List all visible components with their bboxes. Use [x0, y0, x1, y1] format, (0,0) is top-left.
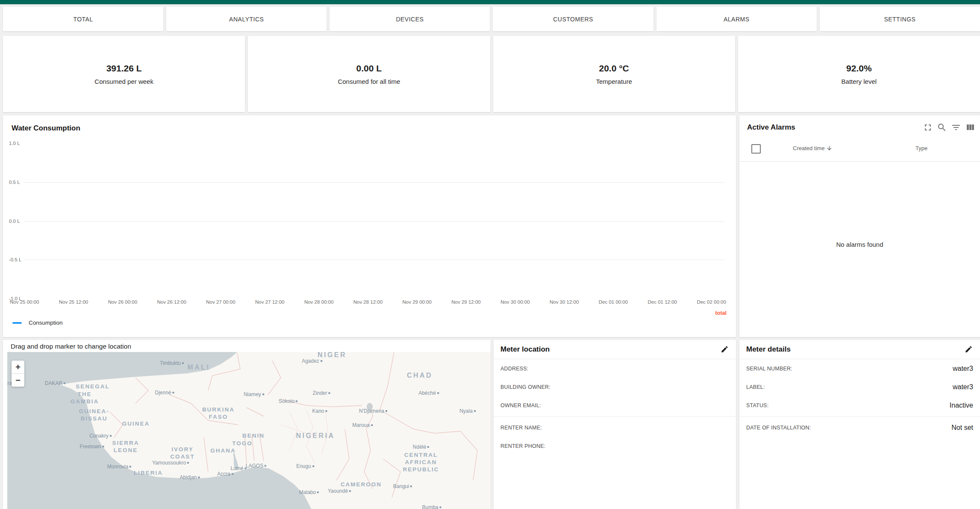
field-building-owner: BUILDING OWNER:	[494, 378, 736, 396]
field-label: BUILDING OWNER:	[500, 384, 550, 390]
column-header-type[interactable]: Type	[915, 145, 927, 151]
map-city-label: Bumba	[422, 504, 441, 509]
stat-card-consumed-all-time: 0.00 L Consumed for all time	[248, 36, 490, 112]
stat-card-battery: 92.0% Battery level	[738, 36, 980, 112]
field-device-label: LABEL: water3	[739, 378, 980, 396]
gridline	[24, 182, 725, 183]
chart-title: Water Consumption	[12, 124, 80, 133]
legend-label: Consumption	[29, 320, 63, 326]
column-header-created-time[interactable]: Created time	[793, 145, 833, 151]
meter-location-widget: Meter location ADDRESS: BUILDING OWNER: …	[494, 340, 736, 509]
panel-title: Meter details	[746, 345, 791, 354]
edit-pencil-icon[interactable]	[965, 345, 973, 354]
field-label: STATUS:	[746, 402, 768, 408]
tab-customers[interactable]: CUSTOMERS	[493, 7, 653, 31]
legend-color-dash	[12, 322, 22, 324]
zoom-in-button[interactable]: +	[12, 361, 24, 373]
map-canvas[interactable]: MALINIGERCHADNIGERIASENEGALTHE GAMBIAGUI…	[7, 352, 491, 509]
x-axis-tick: Nov 28 12:00	[353, 299, 383, 305]
y-axis-tick: -0.5 L	[9, 257, 21, 262]
x-axis-tick: Nov 29 00:00	[403, 299, 432, 305]
fullscreen-icon[interactable]	[923, 122, 933, 133]
map-city-label: Timbuktu	[160, 360, 184, 366]
panel-title: Meter location	[500, 345, 550, 354]
status-value: Inactive	[950, 402, 973, 409]
stat-cards-row: 391.26 L Consumed per week 0.00 L Consum…	[3, 36, 980, 112]
field-label: SERIAL NUMBER:	[746, 366, 792, 372]
map-zoom-control: + −	[12, 361, 24, 387]
search-icon[interactable]	[937, 122, 947, 133]
x-axis-tick: Nov 25 12:00	[59, 299, 88, 305]
total-link[interactable]: total	[715, 310, 727, 316]
zoom-out-button[interactable]: −	[12, 373, 24, 387]
field-serial-number: SERIAL NUMBER: water3	[739, 359, 980, 378]
x-axis: Nov 25 00:00Nov 25 12:00Nov 26 00:00Nov …	[10, 299, 726, 305]
tab-settings[interactable]: SETTINGS	[820, 7, 980, 31]
map-country-label: NIGERIA	[296, 432, 335, 440]
field-label: RENTER PHONE:	[500, 443, 545, 449]
map-country-label: SIERRA LEONE	[112, 440, 139, 454]
meter-details-widget: Meter details SERIAL NUMBER: water3 LABE…	[739, 340, 980, 509]
field-renter-name: RENTER NAME:	[494, 418, 736, 437]
stat-label: Temperature	[596, 78, 632, 85]
water-consumption-widget: Water Consumption 1.0 L 0.5 L 0.0 L -0.5…	[3, 115, 736, 337]
map-country-label: GUINEA	[122, 420, 150, 428]
tab-analytics[interactable]: ANALYTICS	[166, 7, 327, 31]
field-label: DATE OF INSTALLATION:	[746, 425, 811, 431]
x-axis-tick: Nov 30 00:00	[500, 299, 530, 305]
map-country-label: TOGO	[232, 440, 253, 447]
x-axis-tick: Nov 30 12:00	[550, 299, 579, 305]
dashboard-screen: TOTAL ANALYTICS DEVICES CUSTOMERS ALARMS…	[0, 0, 980, 509]
map-widget: Drag and drop marker to change location	[3, 340, 491, 509]
stat-label: Consumed for all time	[338, 78, 400, 85]
tab-devices[interactable]: DEVICES	[330, 7, 490, 31]
field-label: ADDRESS:	[500, 366, 529, 372]
map-country-label: IVORY COAST	[170, 446, 194, 461]
map-city-label: Nyala	[459, 408, 476, 414]
stat-card-consumed-week: 391.26 L Consumed per week	[3, 36, 245, 112]
map-city-label: N'Djamena	[359, 408, 387, 414]
panel-header: Meter details	[739, 340, 980, 359]
map-city-label: Maroua	[352, 422, 373, 428]
map-city-label: Bangui	[393, 483, 412, 489]
filter-icon[interactable]	[951, 122, 961, 133]
map-title: Drag and drop marker to change location	[11, 343, 131, 350]
select-all-checkbox[interactable]	[751, 144, 761, 154]
columns-icon[interactable]	[965, 122, 975, 133]
map-city-label: DAKAR	[45, 380, 65, 386]
map-country-label: BENIN	[242, 432, 265, 440]
x-axis-tick: Dec 01 00:00	[599, 299, 628, 305]
field-label: OWNER EMAIL:	[500, 402, 541, 408]
tab-total[interactable]: TOTAL	[3, 7, 163, 31]
map-country-label: MALI	[187, 363, 210, 372]
column-label: Created time	[793, 145, 824, 151]
x-axis-tick: Nov 27 00:00	[206, 299, 235, 305]
gridline	[24, 221, 725, 222]
map-city-label: LAGOS	[246, 463, 266, 469]
legend-item-consumption[interactable]: Consumption	[12, 320, 63, 326]
map-city-label: Conakry	[89, 433, 112, 439]
map-country-label: CHAD	[407, 371, 433, 380]
field-label: RENTER NAME:	[500, 425, 542, 431]
edit-pencil-icon[interactable]	[721, 345, 729, 354]
x-axis-tick: Nov 26 12:00	[157, 299, 186, 305]
tab-alarms[interactable]: ALARMS	[656, 7, 817, 31]
field-renter-phone: RENTER PHONE:	[494, 437, 736, 455]
map-city-label: Accra	[217, 471, 233, 477]
x-axis-tick: Nov 26 00:00	[108, 299, 137, 305]
gridline	[24, 260, 725, 260]
stat-value: 391.26 L	[106, 63, 142, 74]
map-city-label: Kano	[312, 408, 327, 414]
map-city-label: Monrovia	[107, 464, 131, 470]
map-country-label: SENEGAL	[76, 383, 109, 391]
y-axis-tick: 0.5 L	[9, 180, 20, 185]
map-country-label: BURKINA FASO	[202, 406, 235, 421]
x-axis-tick: Dec 01 12:00	[648, 299, 677, 305]
stat-label: Consumed per week	[94, 78, 153, 85]
map-country-label: THE GAMBIA	[71, 391, 99, 405]
map-city-label: Agadez	[302, 358, 322, 364]
map-city-label: Freetown	[79, 444, 104, 450]
field-owner-email: OWNER EMAIL:	[494, 396, 736, 414]
empty-table-message: No alarms found	[739, 241, 980, 248]
field-status: STATUS: Inactive	[739, 396, 980, 414]
